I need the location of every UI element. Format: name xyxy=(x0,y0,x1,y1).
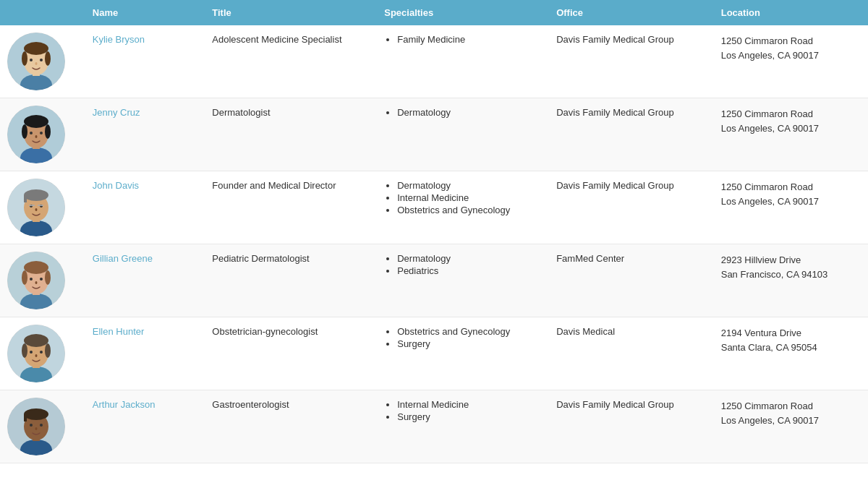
avatar-cell-john-davis xyxy=(0,171,82,244)
specialty-item: Obstetrics and Gynecology xyxy=(397,205,536,215)
svg-rect-56 xyxy=(24,414,27,421)
title-cell-kylie-bryson: Adolescent Medicine Specialist xyxy=(202,25,374,98)
svg-point-57 xyxy=(30,424,33,427)
table-row: Jenny CruzDermatologistDermatologyDavis … xyxy=(0,98,868,171)
table-row: Gillian GreenePediatric DermatologistDer… xyxy=(0,244,868,317)
name-cell-gillian-greene: Gillian Greene xyxy=(82,244,203,317)
svg-point-5 xyxy=(22,51,27,66)
svg-rect-29 xyxy=(29,205,35,206)
svg-point-46 xyxy=(22,343,27,358)
svg-point-8 xyxy=(40,59,43,61)
col-office: Office xyxy=(546,0,711,25)
svg-point-24 xyxy=(24,189,48,201)
name-link-john-davis[interactable]: John Davis xyxy=(93,180,139,191)
office-cell-gillian-greene: FamMed Center xyxy=(546,244,711,317)
office-cell-john-davis: Davis Family Medical Group xyxy=(546,171,711,244)
specialties-cell-gillian-greene: DermatologyPediatrics xyxy=(374,244,546,317)
doctors-table: Name Title Specialties Office Location K… xyxy=(0,0,868,463)
col-title: Title xyxy=(202,0,374,25)
svg-point-16 xyxy=(45,124,51,139)
svg-point-19 xyxy=(35,135,38,138)
avatar-cell-kylie-bryson xyxy=(0,25,82,98)
specialty-item: Internal Medicine xyxy=(397,399,536,410)
svg-rect-30 xyxy=(38,205,43,206)
title-cell-john-davis: Founder and Medical Director xyxy=(202,171,374,244)
col-avatar xyxy=(0,0,82,25)
specialty-item: Pediatrics xyxy=(397,265,536,276)
title-cell-jenny-cruz: Dermatologist xyxy=(202,98,374,171)
specialty-item: Dermatology xyxy=(397,180,536,191)
name-link-ellen-hunter[interactable]: Ellen Hunter xyxy=(93,326,145,337)
table-row: Kylie BrysonAdolescent Medicine Speciali… xyxy=(0,25,868,98)
location-cell-kylie-bryson: 1250 Cimmaron RoadLos Angeles, CA 90017 xyxy=(711,25,868,98)
specialties-cell-john-davis: DermatologyInternal MedicineObstetrics a… xyxy=(374,171,546,244)
office-cell-jenny-cruz: Davis Family Medical Group xyxy=(546,98,711,171)
svg-point-28 xyxy=(35,208,38,211)
location-cell-gillian-greene: 2923 Hillview DriveSan Francisco, CA 941… xyxy=(711,244,868,317)
location-cell-ellen-hunter: 2194 Ventura DriveSanta Clara, CA 95054 xyxy=(711,317,868,390)
specialty-item: Dermatology xyxy=(397,107,536,118)
name-link-jenny-cruz[interactable]: Jenny Cruz xyxy=(93,107,140,118)
office-cell-kylie-bryson: Davis Family Medical Group xyxy=(546,25,711,98)
name-cell-ellen-hunter: Ellen Hunter xyxy=(82,317,203,390)
svg-point-59 xyxy=(35,427,38,430)
specialties-cell-kylie-bryson: Family Medicine xyxy=(374,25,546,98)
specialty-item: Internal Medicine xyxy=(397,192,536,203)
specialty-item: Surgery xyxy=(397,338,536,349)
svg-point-15 xyxy=(22,124,27,139)
svg-point-17 xyxy=(30,132,33,134)
specialty-item: Obstetrics and Gynecology xyxy=(397,326,536,337)
specialty-item: Family Medicine xyxy=(397,34,536,45)
svg-point-39 xyxy=(40,278,43,281)
col-name: Name xyxy=(82,0,203,25)
svg-point-47 xyxy=(45,343,51,358)
table-row: John DavisFounder and Medical DirectorDe… xyxy=(0,171,868,244)
table-header-row: Name Title Specialties Office Location xyxy=(0,0,868,25)
specialties-cell-arthur-jackson: Internal MedicineSurgery xyxy=(374,390,546,463)
svg-point-18 xyxy=(40,132,43,134)
location-cell-arthur-jackson: 1250 Cimmaron RoadLos Angeles, CA 90017 xyxy=(711,390,868,463)
specialties-cell-ellen-hunter: Obstetrics and GynecologySurgery xyxy=(374,317,546,390)
title-cell-arthur-jackson: Gastroenterologist xyxy=(202,390,374,463)
svg-point-49 xyxy=(40,351,43,354)
office-cell-arthur-jackson: Davis Family Medical Group xyxy=(546,390,711,463)
office-cell-ellen-hunter: Davis Medical xyxy=(546,317,711,390)
name-cell-jenny-cruz: Jenny Cruz xyxy=(82,98,203,171)
svg-point-38 xyxy=(30,278,33,281)
name-link-arthur-jackson[interactable]: Arthur Jackson xyxy=(93,399,156,410)
avatar-cell-gillian-greene xyxy=(0,244,82,317)
svg-point-36 xyxy=(22,270,27,285)
specialty-item: Dermatology xyxy=(397,253,536,264)
svg-point-35 xyxy=(24,261,48,274)
svg-point-48 xyxy=(30,351,33,354)
specialties-cell-jenny-cruz: Dermatology xyxy=(374,98,546,171)
specialty-item: Surgery xyxy=(397,411,536,422)
svg-point-45 xyxy=(24,334,48,347)
svg-point-50 xyxy=(35,354,38,357)
col-specialties: Specialties xyxy=(374,0,546,25)
svg-point-4 xyxy=(24,42,48,55)
svg-point-55 xyxy=(24,408,48,420)
svg-point-58 xyxy=(40,424,43,427)
location-cell-john-davis: 1250 Cimmaron RoadLos Angeles, CA 90017 xyxy=(711,171,868,244)
title-cell-ellen-hunter: Obstetrician-gynecologist xyxy=(202,317,374,390)
col-location: Location xyxy=(711,0,868,25)
svg-point-7 xyxy=(30,59,33,61)
avatar-cell-ellen-hunter xyxy=(0,317,82,390)
avatar-cell-arthur-jackson xyxy=(0,390,82,463)
name-cell-arthur-jackson: Arthur Jackson xyxy=(82,390,203,463)
name-link-gillian-greene[interactable]: Gillian Greene xyxy=(93,253,153,264)
table-row: Ellen HunterObstetrician-gynecologistObs… xyxy=(0,317,868,390)
location-cell-jenny-cruz: 1250 Cimmaron RoadLos Angeles, CA 90017 xyxy=(711,98,868,171)
svg-point-9 xyxy=(35,62,38,65)
svg-point-14 xyxy=(24,115,48,128)
svg-point-6 xyxy=(45,51,51,66)
name-cell-john-davis: John Davis xyxy=(82,171,203,244)
name-cell-kylie-bryson: Kylie Bryson xyxy=(82,25,203,98)
svg-rect-25 xyxy=(24,195,27,202)
title-cell-gillian-greene: Pediatric Dermatologist xyxy=(202,244,374,317)
svg-point-37 xyxy=(45,270,51,285)
svg-point-40 xyxy=(35,281,38,284)
table-row: Arthur JacksonGastroenterologistInternal… xyxy=(0,390,868,463)
name-link-kylie-bryson[interactable]: Kylie Bryson xyxy=(93,34,145,45)
